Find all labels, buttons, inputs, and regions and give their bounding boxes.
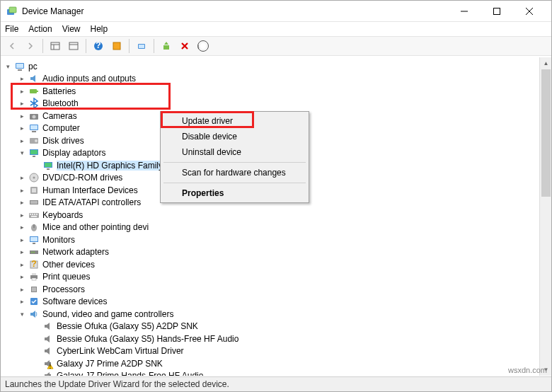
audio-icon — [28, 73, 40, 84]
tree-node-snd_a[interactable]: Bessie Ofuka (Galaxy S5) A2DP SNK — [1, 321, 539, 333]
svg-rect-45 — [30, 214, 31, 215]
tree-root[interactable]: ▾ pc — [1, 60, 539, 73]
expand-icon[interactable]: ▸ — [18, 74, 27, 83]
disable-button[interactable] — [195, 38, 212, 54]
svg-rect-29 — [32, 131, 36, 132]
expand-icon[interactable]: ▸ — [18, 248, 27, 257]
show-hide-tree-button[interactable] — [47, 38, 64, 54]
tree-node-network[interactable]: ▸Network adapters — [1, 246, 539, 259]
node-label: Display adaptors — [42, 148, 105, 158]
collapse-icon[interactable]: ▾ — [18, 149, 27, 158]
tree-node-keyboards[interactable]: ▸Keyboards — [1, 209, 539, 221]
svg-rect-49 — [31, 216, 37, 217]
svg-rect-34 — [33, 156, 35, 157]
expand-icon[interactable]: ▸ — [18, 260, 27, 269]
tree-node-snd_c[interactable]: CyberLink WebCam Virtual Driver — [1, 345, 539, 358]
expand-icon[interactable]: ▸ — [18, 235, 27, 244]
sound-device-icon: ! — [42, 358, 54, 369]
tree-node-other[interactable]: ▸?Other devices — [1, 258, 539, 271]
update-driver-button[interactable] — [158, 38, 175, 54]
tree-node-batteries[interactable]: ▸Batteries — [1, 85, 539, 98]
expand-icon[interactable]: ▸ — [18, 210, 27, 219]
tree-node-snd_b[interactable]: Bessie Ofuka (Galaxy S5) Hands-Free HF A… — [1, 333, 539, 345]
svg-rect-62 — [32, 278, 36, 280]
expand-icon[interactable]: ▸ — [18, 173, 27, 183]
tree-node-bluetooth[interactable]: ▸Bluetooth — [1, 98, 539, 110]
expand-icon[interactable]: ▸ — [18, 198, 27, 207]
tree-node-print[interactable]: ▸Print queues — [1, 271, 539, 284]
ctx-properties[interactable]: Properties — [162, 185, 307, 201]
network-icon — [28, 246, 40, 258]
menu-action[interactable]: Action — [28, 24, 52, 34]
svg-rect-9 — [69, 42, 78, 50]
back-button[interactable] — [4, 38, 21, 54]
status-text: Launches the Update Driver Wizard for th… — [5, 379, 229, 389]
ctx-scan-hardware[interactable]: Scan for hardware changes — [162, 165, 307, 180]
node-label: Other devices — [42, 260, 95, 270]
uninstall-button[interactable] — [176, 38, 193, 54]
tree-node-processors[interactable]: ▸Processors — [1, 283, 539, 296]
tree-node-software[interactable]: ▸Software devices — [1, 296, 539, 309]
minimize-button[interactable] — [448, 1, 481, 22]
properties-button[interactable] — [65, 38, 82, 54]
svg-text:!: ! — [49, 373, 51, 376]
mice-icon — [28, 221, 40, 233]
status-bar: Launches the Update Driver Wizard for th… — [1, 376, 551, 391]
device-tree[interactable]: ▾ pc ▸Audio inputs and outputs▸Batteries… — [1, 57, 539, 376]
node-label: Keyboards — [42, 210, 83, 220]
node-label: Mice and other pointing devi — [42, 222, 149, 232]
forward-button[interactable] — [22, 38, 39, 54]
node-label: Monitors — [42, 235, 75, 245]
expand-icon[interactable]: ▸ — [18, 136, 27, 145]
watermark: wsxdn.com — [508, 366, 547, 374]
tree-node-audio[interactable]: ▸Audio inputs and outputs — [1, 73, 539, 86]
expand-icon[interactable]: ▸ — [18, 297, 27, 306]
sound-device-icon: ! — [42, 370, 54, 376]
action-button[interactable] — [108, 38, 125, 54]
expand-icon[interactable]: ▸ — [18, 185, 27, 195]
disk-icon — [28, 135, 40, 146]
scroll-thumb[interactable] — [541, 69, 551, 197]
svg-rect-15 — [139, 45, 144, 48]
collapse-icon[interactable]: ▾ — [18, 309, 27, 318]
expand-icon[interactable]: ▸ — [18, 111, 27, 120]
tree-node-monitors[interactable]: ▸Monitors — [1, 234, 539, 246]
sound-device-icon — [42, 321, 54, 332]
node-label: Batteries — [42, 86, 76, 96]
expand-icon[interactable]: ▸ — [18, 86, 27, 96]
svg-point-26 — [33, 115, 36, 118]
svg-rect-21 — [16, 64, 23, 68]
vertical-scrollbar[interactable]: ▲ ▼ — [539, 57, 551, 376]
tree-node-snd_d[interactable]: !Galaxy J7 Prime A2DP SNK — [1, 357, 539, 370]
scroll-up-arrow[interactable]: ▲ — [540, 57, 552, 69]
menu-help[interactable]: Help — [91, 24, 108, 34]
toolbar: ? — [1, 36, 551, 56]
tree-node-sound[interactable]: ▾Sound, video and game controllers — [1, 308, 539, 321]
help-button[interactable]: ? — [90, 38, 107, 54]
maximize-button[interactable] — [481, 1, 513, 22]
scan-button[interactable] — [133, 38, 150, 54]
expand-icon[interactable]: ▸ — [18, 284, 27, 294]
app-icon — [6, 6, 18, 17]
node-label: Bessie Ofuka (Galaxy S5) Hands-Free HF A… — [57, 334, 238, 344]
tree-node-mice[interactable]: ▸Mice and other pointing devi — [1, 221, 539, 234]
close-button[interactable] — [513, 1, 546, 22]
expand-icon[interactable]: ▸ — [18, 124, 27, 133]
tree-node-snd_e[interactable]: !Galaxy J7 Prime Hands-Free HF Audio — [1, 370, 539, 376]
ctx-uninstall-device[interactable]: Uninstall device — [162, 144, 307, 160]
expand-icon[interactable]: ▸ — [18, 99, 27, 108]
expand-icon[interactable]: ▸ — [18, 272, 27, 282]
svg-rect-36 — [45, 163, 52, 167]
menu-view[interactable]: View — [62, 24, 81, 34]
bluetooth-icon — [28, 98, 40, 109]
svg-rect-22 — [18, 69, 22, 71]
ctx-update-driver[interactable]: Update driver — [162, 113, 307, 129]
context-menu: Update driver Disable device Uninstall d… — [160, 111, 309, 203]
collapse-icon[interactable]: ▾ — [4, 62, 13, 71]
computer-icon — [28, 122, 40, 134]
node-label: Processors — [42, 284, 85, 294]
menu-file[interactable]: File — [5, 24, 18, 34]
expand-icon[interactable]: ▸ — [18, 223, 27, 232]
ctx-disable-device[interactable]: Disable device — [162, 129, 307, 144]
node-label: Cameras — [42, 111, 77, 121]
